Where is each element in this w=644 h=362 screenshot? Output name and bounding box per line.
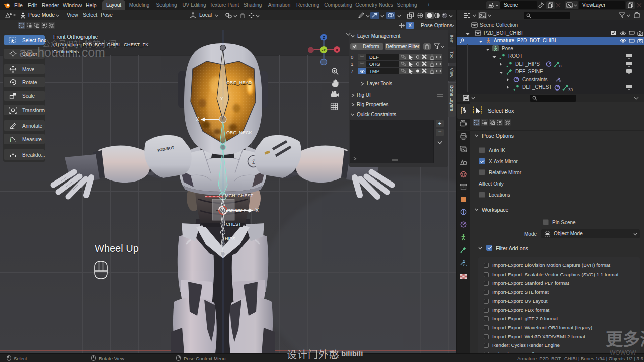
svg-text:SPINE_FK: SPINE_FK: [227, 208, 250, 213]
svg-text:CHEST: CHEST: [226, 222, 242, 227]
svg-text:X: X: [336, 48, 338, 52]
svg-text:x: x: [559, 79, 561, 82]
svg-text:X: X: [255, 207, 259, 213]
svg-text:ORG_NECK: ORG_NECK: [226, 130, 252, 135]
svg-text:-Y: -Y: [322, 48, 326, 52]
svg-text:X: X: [196, 117, 199, 122]
svg-text:MCH_CHEST: MCH_CHEST: [225, 193, 254, 198]
svg-text:Y: Y: [220, 96, 223, 101]
svg-text:HIPS: HIPS: [225, 236, 235, 241]
svg-text:ORG_HEAD: ORG_HEAD: [226, 80, 252, 85]
svg-text:Z: Z: [323, 35, 325, 40]
